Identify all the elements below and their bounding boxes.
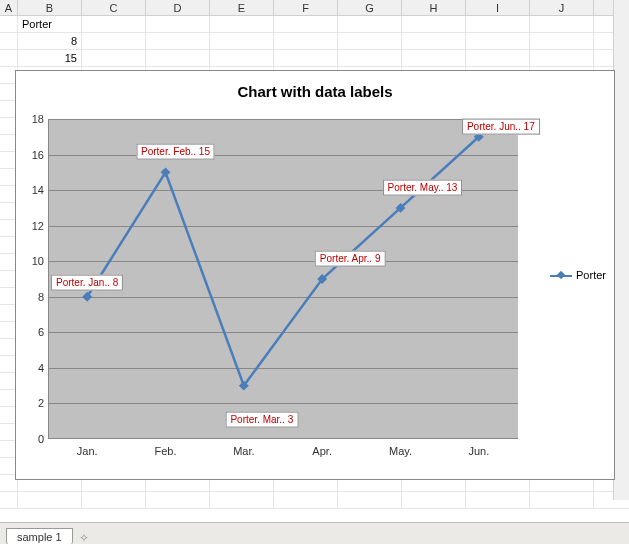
cell[interactable] (146, 50, 210, 66)
cell[interactable] (402, 16, 466, 32)
y-axis-tick-label: 16 (22, 149, 48, 161)
y-axis-tick-label: 6 (22, 326, 48, 338)
cell[interactable] (0, 16, 18, 32)
cell[interactable]: Porter (18, 16, 82, 32)
cell[interactable] (210, 33, 274, 49)
y-axis-tick-label: 4 (22, 362, 48, 374)
cell[interactable]: 8 (18, 33, 82, 49)
data-label: Porter. May.. 13 (383, 179, 463, 195)
cell[interactable] (82, 50, 146, 66)
new-sheet-icon[interactable]: ✧ (77, 531, 91, 544)
column-header[interactable]: B (18, 0, 82, 15)
y-axis-tick-label: 0 (22, 433, 48, 445)
cell[interactable] (338, 33, 402, 49)
cell[interactable] (0, 50, 18, 66)
cell[interactable] (210, 16, 274, 32)
legend-label: Porter (576, 269, 606, 281)
cell[interactable] (82, 33, 146, 49)
y-axis-tick-label: 12 (22, 220, 48, 232)
cell[interactable] (146, 33, 210, 49)
legend-swatch-icon (550, 270, 572, 280)
x-axis-tick-label: Jan. (77, 439, 98, 457)
column-header[interactable]: A (0, 0, 18, 15)
cell[interactable] (18, 492, 82, 508)
cell[interactable] (274, 16, 338, 32)
y-axis-tick-label: 10 (22, 255, 48, 267)
column-header[interactable]: J (530, 0, 594, 15)
cell[interactable] (210, 492, 274, 508)
data-label: Porter. Jun.. 17 (462, 118, 540, 134)
plot-area: Porter. Jan.. 8Porter. Feb.. 15Porter. M… (48, 119, 518, 439)
cell[interactable] (338, 16, 402, 32)
cell[interactable] (466, 50, 530, 66)
data-label: Porter. Feb.. 15 (136, 144, 215, 160)
table-row: 8 (0, 33, 629, 50)
chart[interactable]: Chart with data labels Porter. Jan.. 8Po… (15, 70, 615, 480)
cell[interactable] (466, 492, 530, 508)
vertical-scrollbar[interactable] (613, 0, 629, 500)
cell[interactable] (0, 492, 18, 508)
cell[interactable] (530, 33, 594, 49)
cell[interactable] (530, 16, 594, 32)
cell[interactable] (274, 492, 338, 508)
column-header[interactable]: E (210, 0, 274, 15)
cell[interactable] (338, 50, 402, 66)
column-header[interactable]: G (338, 0, 402, 15)
x-axis-tick-label: Mar. (233, 439, 254, 457)
cell[interactable] (402, 50, 466, 66)
x-axis-tick-label: Feb. (154, 439, 176, 457)
cell[interactable] (402, 492, 466, 508)
cell[interactable] (210, 50, 274, 66)
x-axis-tick-label: May. (389, 439, 412, 457)
cell[interactable] (530, 492, 594, 508)
cell[interactable] (274, 50, 338, 66)
cell[interactable] (274, 33, 338, 49)
tab-sample1[interactable]: sample 1 (6, 528, 73, 544)
x-axis-tick-label: Jun. (468, 439, 489, 457)
cell[interactable] (146, 16, 210, 32)
cell[interactable]: 15 (18, 50, 82, 66)
sheet-tabs: sample 1 ✧ (0, 522, 629, 544)
y-axis-tick-label: 18 (22, 113, 48, 125)
column-headers: ABCDEFGHIJ (0, 0, 629, 16)
column-header[interactable]: H (402, 0, 466, 15)
table-row (0, 492, 629, 509)
y-axis-tick-label: 2 (22, 397, 48, 409)
data-label: Porter. Mar.. 3 (225, 411, 298, 427)
data-label: Porter. Apr.. 9 (315, 251, 386, 267)
y-axis-tick-label: 14 (22, 184, 48, 196)
cell[interactable] (82, 492, 146, 508)
column-header[interactable]: C (82, 0, 146, 15)
table-row: Porter (0, 16, 629, 33)
column-header[interactable]: D (146, 0, 210, 15)
cell[interactable] (466, 16, 530, 32)
cell[interactable] (82, 16, 146, 32)
column-header[interactable]: I (466, 0, 530, 15)
y-axis-tick-label: 8 (22, 291, 48, 303)
cell[interactable] (402, 33, 466, 49)
data-label: Porter. Jan.. 8 (51, 274, 123, 290)
column-header[interactable]: F (274, 0, 338, 15)
cell[interactable] (338, 492, 402, 508)
cell[interactable] (146, 492, 210, 508)
x-axis-tick-label: Apr. (312, 439, 332, 457)
cell[interactable] (0, 33, 18, 49)
legend: Porter (550, 269, 606, 281)
table-row: 15 (0, 50, 629, 67)
cell[interactable] (466, 33, 530, 49)
chart-title: Chart with data labels (16, 71, 614, 108)
cell[interactable] (530, 50, 594, 66)
